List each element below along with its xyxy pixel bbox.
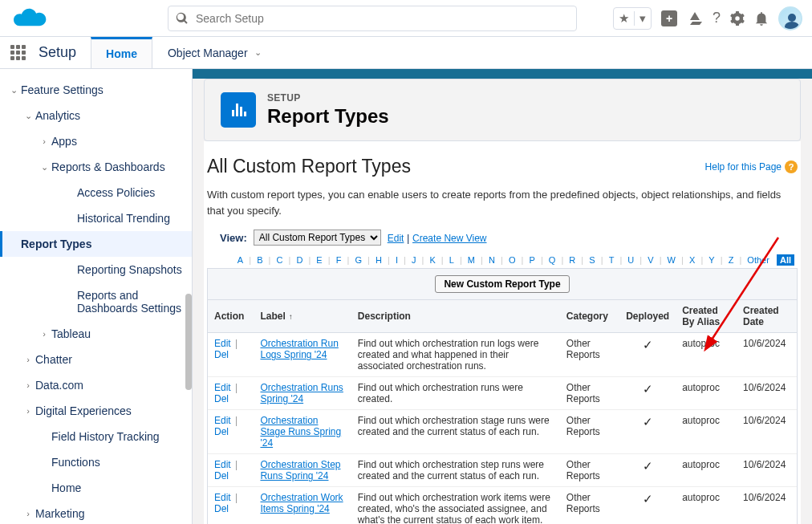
- sidebar-item-feature-settings[interactable]: ⌄Feature Settings: [0, 77, 192, 103]
- scrollbar[interactable]: [185, 294, 192, 390]
- sidebar-item-field-history-tracking[interactable]: Field History Tracking: [0, 424, 192, 449]
- alpha-U[interactable]: U: [626, 255, 635, 265]
- section-title: All Custom Report Types: [207, 156, 705, 177]
- label-link[interactable]: Orchestration Step Runs Spring '24: [260, 459, 340, 481]
- alpha-M[interactable]: M: [466, 255, 477, 265]
- table-row: Edit | DelOrchestration Step Runs Spring…: [208, 454, 797, 487]
- alpha-W[interactable]: W: [666, 255, 677, 265]
- col-description[interactable]: Description: [351, 300, 560, 333]
- edit-link[interactable]: Edit: [214, 382, 231, 393]
- table-row: Edit | DelOrchestration Run Logs Spring …: [208, 333, 797, 377]
- sidebar-item-reporting-snapshots[interactable]: Reporting Snapshots: [0, 257, 192, 282]
- alpha-B[interactable]: B: [255, 255, 264, 265]
- sidebar-item-reports-dashboards[interactable]: ⌄Reports & Dashboards: [0, 154, 192, 180]
- label-link[interactable]: Orchestration Stage Runs Spring '24: [260, 415, 341, 449]
- alpha-N[interactable]: N: [487, 255, 497, 265]
- sidebar-item-reports-and-dashboards-settings[interactable]: Reports and Dashboards Settings: [0, 282, 192, 321]
- page-eyebrow: SETUP: [267, 92, 389, 104]
- create-view-link[interactable]: Create New View: [412, 233, 486, 244]
- alpha-C[interactable]: C: [274, 255, 284, 265]
- sidebar-item-label: Historical Trending: [77, 212, 184, 225]
- help-icon[interactable]: ?: [713, 10, 721, 26]
- label-link[interactable]: Orchestration Runs Spring '24: [260, 382, 343, 404]
- sidebar-item-digital-experiences[interactable]: ›Digital Experiences: [0, 398, 192, 424]
- delete-link[interactable]: Del: [214, 503, 229, 514]
- app-launcher-icon[interactable]: [0, 37, 35, 68]
- salesforce-logo[interactable]: [10, 5, 47, 31]
- col-created-by[interactable]: Created By Alias: [676, 300, 737, 333]
- sidebar-item-functions[interactable]: Functions: [0, 449, 192, 475]
- alpha-Y[interactable]: Y: [707, 255, 716, 265]
- alpha-J[interactable]: J: [410, 255, 418, 265]
- sidebar-item-analytics[interactable]: ⌄Analytics: [0, 103, 192, 128]
- sidebar-item-report-types[interactable]: Report Types: [0, 231, 192, 257]
- alpha-A[interactable]: A: [236, 255, 245, 265]
- sidebar-item-apps[interactable]: ›Apps: [0, 128, 192, 154]
- sidebar-item-label: Home: [51, 481, 184, 494]
- cell-description: Find out which orchestration stage runs …: [351, 410, 560, 454]
- sidebar-item-access-policies[interactable]: Access Policies: [0, 180, 192, 205]
- alpha-D[interactable]: D: [294, 255, 304, 265]
- app-name: Setup: [35, 37, 91, 68]
- alpha-V[interactable]: V: [646, 255, 655, 265]
- chevron-right-icon: ›: [39, 329, 50, 339]
- delete-link[interactable]: Del: [214, 470, 229, 481]
- edit-link[interactable]: Edit: [214, 415, 231, 426]
- alpha-other[interactable]: Other: [745, 255, 771, 265]
- help-link[interactable]: Help for this Page: [705, 161, 782, 173]
- tab-home[interactable]: Home: [91, 37, 152, 68]
- delete-link[interactable]: Del: [214, 393, 229, 404]
- alpha-K[interactable]: K: [428, 255, 436, 265]
- alpha-I[interactable]: I: [394, 255, 400, 265]
- col-deployed[interactable]: Deployed: [619, 300, 676, 333]
- edit-view-link[interactable]: Edit: [388, 233, 404, 244]
- alpha-all[interactable]: All: [777, 254, 794, 266]
- alpha-G[interactable]: G: [353, 255, 363, 265]
- alpha-Q[interactable]: Q: [547, 255, 558, 265]
- trailhead-icon[interactable]: [687, 10, 703, 26]
- table-row: Edit | DelOrchestration Work Items Sprin…: [208, 487, 797, 525]
- alpha-T[interactable]: T: [607, 255, 616, 265]
- alpha-S[interactable]: S: [587, 255, 596, 265]
- alpha-X[interactable]: X: [688, 255, 696, 265]
- new-custom-report-type-button[interactable]: New Custom Report Type: [435, 275, 569, 293]
- alpha-P[interactable]: P: [527, 255, 536, 265]
- edit-link[interactable]: Edit: [214, 459, 231, 470]
- avatar[interactable]: [778, 6, 802, 30]
- delete-link[interactable]: Del: [214, 426, 229, 437]
- col-created-date[interactable]: Created Date: [737, 300, 797, 333]
- help-badge-icon[interactable]: ?: [785, 160, 798, 173]
- alpha-L[interactable]: L: [448, 255, 456, 265]
- tab-object-manager[interactable]: Object Manager ⌄: [152, 37, 277, 68]
- global-actions-button[interactable]: +: [661, 10, 677, 26]
- bell-icon[interactable]: [754, 11, 769, 26]
- sidebar-item-data-com[interactable]: ›Data.com: [0, 372, 192, 398]
- alpha-Z[interactable]: Z: [727, 255, 736, 265]
- sidebar-item-chatter[interactable]: ›Chatter: [0, 347, 192, 372]
- gear-icon[interactable]: [730, 11, 745, 26]
- edit-link[interactable]: Edit: [214, 338, 231, 349]
- cell-created-date: 10/6/2024: [737, 377, 797, 410]
- search-input[interactable]: [168, 6, 577, 31]
- alpha-R[interactable]: R: [567, 255, 577, 265]
- alpha-H[interactable]: H: [374, 255, 384, 265]
- col-label[interactable]: Label↑: [254, 300, 351, 333]
- view-select[interactable]: All Custom Report Types: [254, 230, 381, 246]
- delete-link[interactable]: Del: [214, 349, 229, 360]
- favorites-menu[interactable]: ★ ▾: [613, 7, 652, 30]
- sidebar-item-home[interactable]: Home: [0, 475, 192, 501]
- alpha-O[interactable]: O: [507, 255, 518, 265]
- chevron-down-icon: ⌄: [22, 111, 34, 121]
- col-category[interactable]: Category: [560, 300, 619, 333]
- sidebar-item-label: Analytics: [35, 109, 184, 122]
- label-link[interactable]: Orchestration Run Logs Spring '24: [260, 338, 338, 360]
- alpha-F[interactable]: F: [335, 255, 343, 265]
- page-title: Report Types: [267, 105, 389, 128]
- sidebar-item-historical-trending[interactable]: Historical Trending: [0, 205, 192, 231]
- sidebar-item-tableau[interactable]: ›Tableau: [0, 321, 192, 347]
- alpha-E[interactable]: E: [315, 255, 323, 265]
- sidebar-item-marketing[interactable]: ›Marketing: [0, 501, 192, 524]
- edit-link[interactable]: Edit: [214, 492, 231, 503]
- cell-category: Other Reports: [560, 487, 619, 525]
- label-link[interactable]: Orchestration Work Items Spring '24: [260, 492, 343, 514]
